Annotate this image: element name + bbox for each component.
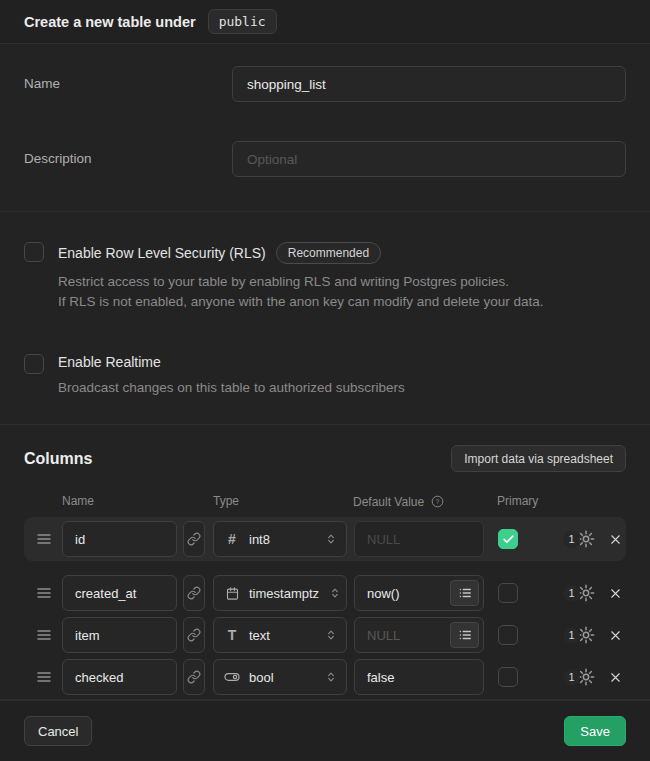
- settings-count-badge: 1: [563, 585, 580, 602]
- drag-handle-icon[interactable]: [36, 669, 52, 685]
- column-type-select[interactable]: bool: [213, 659, 347, 695]
- close-icon: [608, 586, 623, 601]
- column-type-select[interactable]: T text: [213, 617, 347, 653]
- column-settings-button[interactable]: 1: [563, 667, 596, 687]
- realtime-description: Broadcast changes on this table to autho…: [58, 378, 405, 398]
- chevron-up-down-icon: [324, 532, 338, 546]
- column-settings-button[interactable]: 1: [563, 625, 596, 645]
- toggle-icon: [224, 669, 240, 685]
- primary-key-checkbox[interactable]: [498, 667, 518, 687]
- chevron-up-down-icon: [324, 628, 338, 642]
- remove-column-button[interactable]: [605, 583, 625, 603]
- column-default-input[interactable]: [354, 659, 484, 695]
- column-type-select[interactable]: timestamptz: [213, 575, 347, 611]
- column-name-input[interactable]: [62, 659, 177, 695]
- columns-section: Columns Import data via spreadsheet Name…: [0, 425, 650, 700]
- drag-handle-icon[interactable]: [36, 585, 52, 601]
- recommended-badge: Recommended: [276, 242, 381, 264]
- calendar-icon: [224, 586, 240, 601]
- column-name-input[interactable]: [62, 521, 177, 557]
- realtime-checkbox[interactable]: [24, 354, 44, 374]
- cancel-button[interactable]: Cancel: [24, 716, 92, 746]
- primary-key-checkbox[interactable]: [498, 625, 518, 645]
- save-button[interactable]: Save: [564, 716, 626, 746]
- rls-checkbox[interactable]: [24, 242, 44, 262]
- toggles-section: Enable Row Level Security (RLS) Recommen…: [0, 212, 650, 425]
- header-primary: Primary: [497, 494, 538, 508]
- settings-count-badge: 1: [563, 669, 580, 686]
- dialog-header: Create a new table under public: [0, 0, 650, 44]
- column-row-id: # int8 1: [24, 517, 626, 561]
- header-default-value: Default Value: [353, 495, 424, 509]
- primary-key-checkbox[interactable]: [498, 583, 518, 603]
- columns-title: Columns: [24, 450, 92, 468]
- primary-key-checkbox[interactable]: [498, 529, 518, 549]
- column-type-select[interactable]: # int8: [213, 521, 347, 557]
- remove-column-button[interactable]: [605, 625, 625, 645]
- create-table-dialog: Create a new table under public Name Des…: [0, 0, 650, 761]
- drag-handle-icon[interactable]: [36, 627, 52, 643]
- drag-handle-icon[interactable]: [36, 531, 52, 547]
- table-info-section: Name Description: [0, 44, 650, 212]
- realtime-label: Enable Realtime: [58, 354, 161, 370]
- description-field-row: Description: [24, 141, 626, 177]
- close-icon: [608, 628, 623, 643]
- help-icon[interactable]: ?: [430, 494, 445, 509]
- rls-label: Enable Row Level Security (RLS): [58, 245, 266, 261]
- column-name-input[interactable]: [62, 575, 177, 611]
- remove-column-button[interactable]: [605, 667, 625, 687]
- check-icon: [502, 533, 515, 546]
- column-row-item: T text 1: [24, 617, 626, 653]
- header-name: Name: [62, 494, 94, 508]
- column-settings-button[interactable]: 1: [563, 583, 596, 603]
- header-type: Type: [213, 494, 239, 508]
- table-name-input[interactable]: [232, 66, 626, 102]
- foreign-key-link-icon[interactable]: [183, 617, 205, 653]
- realtime-toggle-block: Enable Realtime Broadcast changes on thi…: [24, 354, 626, 398]
- default-value-menu-icon[interactable]: [450, 622, 479, 648]
- default-value-menu-icon[interactable]: [450, 580, 479, 606]
- name-field-row: Name: [24, 66, 626, 102]
- close-icon: [608, 670, 623, 685]
- chevron-up-down-icon: [328, 586, 342, 600]
- close-icon: [608, 532, 623, 547]
- import-spreadsheet-button[interactable]: Import data via spreadsheet: [451, 445, 626, 472]
- foreign-key-link-icon[interactable]: [183, 575, 205, 611]
- columns-grid-headers: Name Type Default Value ? Primary: [24, 494, 626, 509]
- column-default-input: [354, 521, 484, 557]
- column-rows: # int8 1: [24, 517, 626, 695]
- rls-description: Restrict access to your table by enablin…: [58, 272, 544, 312]
- remove-column-button[interactable]: [605, 529, 625, 549]
- rls-toggle-block: Enable Row Level Security (RLS) Recommen…: [24, 242, 626, 312]
- chevron-up-down-icon: [324, 670, 338, 684]
- table-description-input[interactable]: [232, 141, 626, 177]
- settings-count-badge: 1: [563, 627, 580, 644]
- settings-count-badge: 1: [563, 531, 580, 548]
- description-label: Description: [24, 141, 232, 177]
- name-label: Name: [24, 66, 232, 102]
- column-row-created-at: timestamptz 1: [24, 575, 626, 611]
- foreign-key-link-icon[interactable]: [183, 521, 205, 557]
- dialog-footer: Cancel Save: [0, 700, 650, 761]
- svg-text:?: ?: [436, 498, 440, 505]
- hash-icon: #: [224, 531, 240, 547]
- text-type-icon: T: [224, 627, 240, 643]
- schema-badge: public: [208, 9, 277, 34]
- dialog-title: Create a new table under: [24, 14, 196, 30]
- column-settings-button[interactable]: 1: [563, 529, 596, 549]
- column-row-checked: bool 1: [24, 659, 626, 695]
- foreign-key-link-icon[interactable]: [183, 659, 205, 695]
- column-name-input[interactable]: [62, 617, 177, 653]
